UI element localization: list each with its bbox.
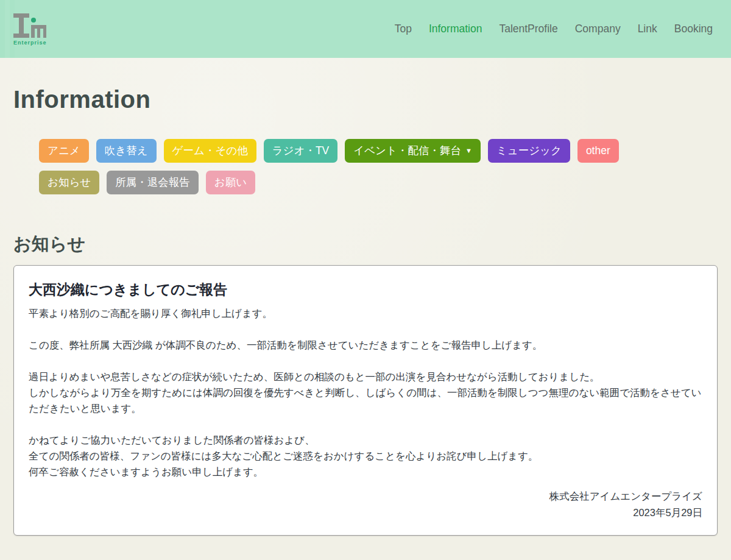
filter-button-イベント・配信・舞台[interactable]: イベント・配信・舞台▼ (345, 139, 481, 163)
announcement-paragraph: 平素より格別のご高配を賜り厚く御礼申し上げます。 (29, 305, 702, 321)
signature-date: 2023年5月29日 (29, 505, 702, 521)
nav-item-link[interactable]: Link (638, 23, 657, 35)
filter-button-ゲーム・その他[interactable]: ゲーム・その他 (164, 139, 256, 163)
announcement-paragraph: この度、弊社所属 大西沙織 が体調不良のため、一部活動を制限させていただきますこ… (29, 337, 702, 353)
announcement-line: 過日よりめまいや息苦しさなどの症状が続いたため、医師との相談のもと一部の出演を見… (29, 369, 702, 385)
filter-button-アニメ[interactable]: アニメ (39, 139, 89, 163)
filter-button-ラジオ・TV[interactable]: ラジオ・TV (264, 139, 338, 163)
announcement-card: 大西沙織につきましてのご報告 平素より格別のご高配を賜り厚く御礼申し上げます。こ… (13, 265, 718, 536)
announcement-body: 平素より格別のご高配を賜り厚く御礼申し上げます。この度、弊社所属 大西沙織 が体… (29, 305, 702, 480)
filter-button-label: 所属・退会報告 (115, 176, 190, 189)
filter-button-label: ゲーム・その他 (172, 144, 248, 157)
announcement-paragraph: かねてよりご協力いただいておりました関係者の皆様および、全ての関係者の皆様、ファ… (29, 432, 702, 480)
main-nav: TopInformationTalentProfileCompanyLinkBo… (395, 23, 713, 35)
announcement-line: この度、弊社所属 大西沙織 が体調不良のため、一部活動を制限させていただきますこ… (29, 337, 702, 353)
filter-button-label: ミュージック (496, 144, 562, 157)
announcement-line: かねてよりご協力いただいておりました関係者の皆様および、 (29, 432, 702, 448)
filter-button-other[interactable]: other (577, 139, 619, 163)
announcement-line: 全ての関係者の皆様、ファンの皆様には多大なご心配とご迷惑をおかけすることを心より… (29, 448, 702, 464)
filter-button-お知らせ[interactable]: お知らせ (39, 171, 99, 194)
filter-button-お願い[interactable]: お願い (206, 171, 255, 194)
site-header: Enterprise TopInformationTalentProfileCo… (0, 0, 731, 58)
nav-item-company[interactable]: Company (575, 23, 621, 35)
filter-button-label: other (586, 144, 610, 157)
announcement-line: 何卒ご容赦くださいますようお願い申し上げます。 (29, 464, 702, 480)
page-title: Information (13, 86, 718, 113)
filter-button-label: 吹き替え (105, 144, 148, 157)
logo-subtitle: Enterprise (13, 40, 47, 46)
filter-button-ミュージック[interactable]: ミュージック (488, 139, 570, 163)
filter-button-label: アニメ (48, 144, 80, 157)
announcement-line: しかしながらより万全を期すためには体調の回復を優先すべきと判断し、しばらくの間は… (29, 385, 702, 416)
nav-item-information[interactable]: Information (429, 23, 482, 35)
chevron-down-icon: ▼ (465, 147, 472, 154)
filter-button-label: お知らせ (48, 176, 91, 189)
filter-button-label: ラジオ・TV (272, 144, 330, 157)
filter-button-吹き替え[interactable]: 吹き替え (96, 139, 157, 163)
announcement-line: 平素より格別のご高配を賜り厚く御礼申し上げます。 (29, 305, 702, 321)
im-logo-icon (12, 12, 48, 39)
filter-button-label: イベント・配信・舞台 (353, 144, 461, 157)
filter-button-label: お願い (214, 176, 247, 189)
nav-item-talentprofile[interactable]: TalentProfile (499, 23, 557, 35)
category-filters: アニメ吹き替えゲーム・その他ラジオ・TVイベント・配信・舞台▼ミュージックoth… (39, 139, 666, 194)
announcement-paragraph: 過日よりめまいや息苦しさなどの症状が続いたため、医師との相談のもと一部の出演を見… (29, 369, 702, 416)
announcement-title: 大西沙織につきましてのご報告 (29, 280, 702, 299)
nav-item-booking[interactable]: Booking (674, 23, 713, 35)
section-heading: お知らせ (13, 232, 718, 257)
signature-company: 株式会社アイムエンタープライズ (29, 488, 702, 505)
nav-item-top[interactable]: Top (395, 23, 412, 35)
main-content: Information アニメ吹き替えゲーム・その他ラジオ・TVイベント・配信・… (0, 86, 731, 536)
filter-button-所属・退会報告[interactable]: 所属・退会報告 (107, 171, 199, 194)
announcement-signature: 株式会社アイムエンタープライズ 2023年5月29日 (29, 488, 702, 521)
company-logo[interactable]: Enterprise (12, 12, 48, 46)
